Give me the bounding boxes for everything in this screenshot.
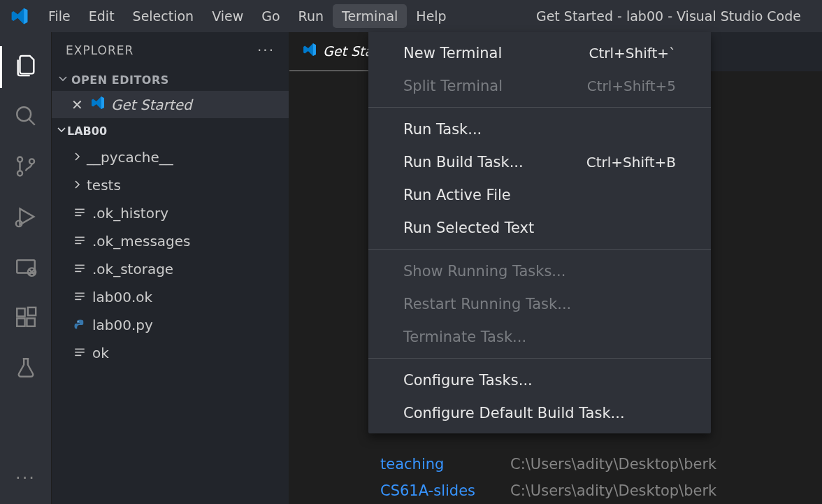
tree-file[interactable]: .ok_storage (52, 255, 289, 283)
menu-help[interactable]: Help (407, 4, 455, 28)
activity-search[interactable] (0, 92, 52, 143)
menu-run[interactable]: Run (289, 4, 333, 28)
svg-point-2 (17, 157, 22, 162)
menu-item-terminate-task: Terminate Task... (368, 320, 711, 353)
menu-item-shortcut: Ctrl+Shift+5 (587, 78, 676, 94)
menu-selection[interactable]: Selection (124, 4, 203, 28)
play-bug-icon (14, 205, 38, 231)
workspace-folder-header[interactable]: LAB00 (52, 118, 289, 141)
menu-item-label: Terminate Task... (403, 329, 526, 345)
sidebar: EXPLORER ··· OPEN EDITORS ✕ Get Started … (52, 32, 289, 504)
menu-file[interactable]: File (39, 4, 80, 28)
tree-folder[interactable]: tests (52, 171, 289, 199)
tree-label: lab00.py (92, 317, 153, 333)
python-icon (71, 319, 88, 331)
svg-line-1 (29, 119, 35, 125)
svg-rect-11 (17, 308, 24, 316)
menu-terminal[interactable]: Terminal (333, 4, 407, 28)
menu-item-configure-default-build-task[interactable]: Configure Default Build Task... (368, 396, 711, 429)
tree-label: tests (87, 177, 121, 194)
branch-icon (14, 154, 38, 181)
sidebar-header: EXPLORER ··· (52, 32, 289, 69)
file-tree: __pycache__tests.ok_history.ok_messages.… (52, 141, 289, 367)
open-editor-label: Get Started (111, 96, 192, 113)
tree-file[interactable]: .ok_history (52, 199, 289, 227)
open-editor-item[interactable]: ✕ Get Started (52, 91, 289, 118)
activity-extensions[interactable] (0, 294, 52, 344)
svg-point-27 (78, 321, 79, 322)
menu-edit[interactable]: Edit (80, 4, 124, 28)
menu-item-label: Split Terminal (403, 78, 503, 94)
menu-item-run-active-file[interactable]: Run Active File (368, 178, 711, 211)
svg-point-3 (17, 171, 22, 175)
menu-item-show-running-tasks: Show Running Tasks... (368, 254, 711, 287)
tree-file[interactable]: .ok_messages (52, 227, 289, 255)
menu-separator (368, 249, 711, 250)
recent-list: teaching C:\Users\adity\Desktop\berk CS6… (380, 456, 716, 504)
tree-file[interactable]: lab00.py (52, 311, 289, 339)
svg-point-0 (17, 107, 31, 121)
menu-go[interactable]: Go (252, 4, 289, 28)
menu-item-new-terminal[interactable]: New TerminalCtrl+Shift+` (368, 36, 711, 69)
svg-rect-14 (27, 308, 35, 315)
menu-item-label: Run Selected Text (403, 219, 534, 236)
menu-item-run-build-task[interactable]: Run Build Task...Ctrl+Shift+B (368, 145, 711, 178)
file-icon (71, 263, 88, 275)
menu-separator (368, 358, 711, 359)
activitybar: ··· (0, 32, 52, 504)
activity-overflow[interactable]: ··· (0, 461, 52, 496)
search-icon (14, 104, 38, 131)
recent-item[interactable]: teaching C:\Users\adity\Desktop\berk (380, 456, 716, 473)
activity-remote-explorer[interactable] (0, 243, 52, 294)
workspace-folder-name: LAB00 (67, 124, 107, 138)
svg-rect-12 (17, 318, 24, 326)
menu-item-label: Run Build Task... (403, 154, 524, 171)
tree-label: .ok_storage (92, 261, 173, 278)
menu-item-label: Restart Running Task... (403, 296, 571, 312)
chevron-down-icon (56, 73, 70, 87)
menu-item-label: Run Task... (403, 121, 482, 138)
sidebar-title: EXPLORER (66, 43, 134, 57)
tree-label: ok (92, 345, 109, 361)
tree-file[interactable]: ok (52, 339, 289, 367)
activity-explorer[interactable] (0, 42, 52, 92)
vscode-mini-icon (302, 42, 317, 60)
menu-item-run-selected-text[interactable]: Run Selected Text (368, 211, 711, 244)
menu-item-configure-tasks[interactable]: Configure Tasks... (368, 363, 711, 396)
vscode-mini-icon (90, 95, 106, 114)
file-icon (71, 235, 88, 247)
open-editors-label: OPEN EDITORS (71, 73, 169, 87)
activity-run-debug[interactable] (0, 193, 52, 243)
terminal-menu-dropdown: New TerminalCtrl+Shift+`Split TerminalCt… (368, 32, 711, 433)
file-icon (71, 291, 88, 303)
recent-path: C:\Users\adity\Desktop\berk (510, 482, 716, 499)
menu-item-run-task[interactable]: Run Task... (368, 113, 711, 145)
activity-testing[interactable] (0, 344, 52, 394)
tree-file[interactable]: lab00.ok (52, 283, 289, 311)
menu-item-label: New Terminal (403, 45, 502, 62)
file-icon (71, 207, 88, 219)
sidebar-more-icon[interactable]: ··· (257, 42, 275, 59)
open-editors-section[interactable]: OPEN EDITORS (52, 69, 289, 91)
menu-item-shortcut: Ctrl+Shift+` (589, 45, 676, 62)
tree-folder[interactable]: __pycache__ (52, 143, 289, 171)
beaker-icon (14, 356, 38, 382)
file-icon (71, 347, 88, 359)
chevron-down-icon (56, 124, 67, 138)
window-title: Get Started - lab00 - Visual Studio Code (456, 8, 816, 24)
recent-path: C:\Users\adity\Desktop\berk (510, 456, 716, 473)
remote-icon (14, 255, 38, 282)
activity-source-control[interactable] (0, 143, 52, 193)
chevron-right-icon (71, 149, 87, 166)
close-icon[interactable]: ✕ (71, 96, 83, 113)
vscode-logo-icon (10, 6, 29, 26)
recent-item[interactable]: CS61A-slides C:\Users\adity\Desktop\berk (380, 482, 716, 499)
tree-label: __pycache__ (87, 149, 173, 166)
menu-item-shortcut: Ctrl+Shift+B (586, 154, 676, 171)
chevron-right-icon (71, 177, 87, 194)
extensions-icon (14, 305, 38, 332)
menu-view[interactable]: View (203, 4, 252, 28)
svg-point-4 (29, 159, 34, 164)
menu-item-restart-running-task: Restart Running Task... (368, 287, 711, 320)
menu-separator (368, 107, 711, 108)
